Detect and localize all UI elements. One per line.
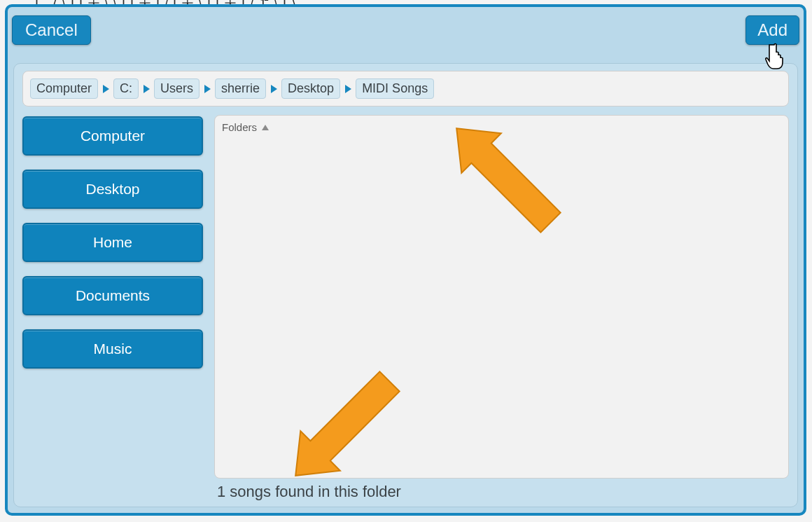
svg-marker-7 xyxy=(276,362,410,495)
pointer-cursor-icon xyxy=(764,42,790,73)
sidebar-item-home[interactable]: Home xyxy=(22,223,203,262)
sidebar-item-computer[interactable]: Computer xyxy=(22,116,203,156)
annotation-arrow-bottom xyxy=(259,330,441,512)
dialog-header: Cancel Add xyxy=(12,11,799,49)
crumb-sherrie[interactable]: sherrie xyxy=(215,78,266,99)
crumb-computer[interactable]: Computer xyxy=(30,78,98,99)
svg-marker-6 xyxy=(437,109,570,242)
breadcrumb-bar: Computer C: Users sherrie Desktop MIDI S… xyxy=(22,71,789,107)
chevron-right-icon xyxy=(342,82,354,96)
svg-marker-3 xyxy=(271,85,277,93)
chevron-right-icon xyxy=(201,82,214,96)
chevron-right-icon xyxy=(99,82,112,96)
folder-column-label: Folders xyxy=(222,121,257,133)
crumb-desktop[interactable]: Desktop xyxy=(281,78,340,99)
add-button[interactable]: Add xyxy=(746,15,799,45)
annotation-arrow-top xyxy=(420,92,602,274)
chevron-right-icon xyxy=(140,82,153,96)
svg-marker-4 xyxy=(345,85,351,93)
file-picker-dialog: Cancel Add Computer C: Users sherrie Des… xyxy=(5,4,806,516)
svg-marker-2 xyxy=(204,85,211,93)
sidebar-item-desktop[interactable]: Desktop xyxy=(22,170,203,209)
svg-marker-1 xyxy=(144,85,150,93)
svg-marker-5 xyxy=(262,125,269,130)
sidebar-item-music[interactable]: Music xyxy=(22,329,203,369)
crumb-users[interactable]: Users xyxy=(154,78,200,99)
sidebar-item-documents[interactable]: Documents xyxy=(22,276,203,315)
folder-column-header[interactable]: Folders xyxy=(222,121,270,133)
svg-marker-0 xyxy=(103,85,109,93)
sort-asc-icon xyxy=(261,121,270,133)
crumb-drive-c[interactable]: C: xyxy=(113,78,139,99)
cancel-button[interactable]: Cancel xyxy=(12,15,91,45)
location-sidebar: Computer Desktop Home Documents Music xyxy=(22,115,203,501)
dialog-body: Computer C: Users sherrie Desktop MIDI S… xyxy=(13,63,798,507)
chevron-right-icon xyxy=(267,82,280,96)
